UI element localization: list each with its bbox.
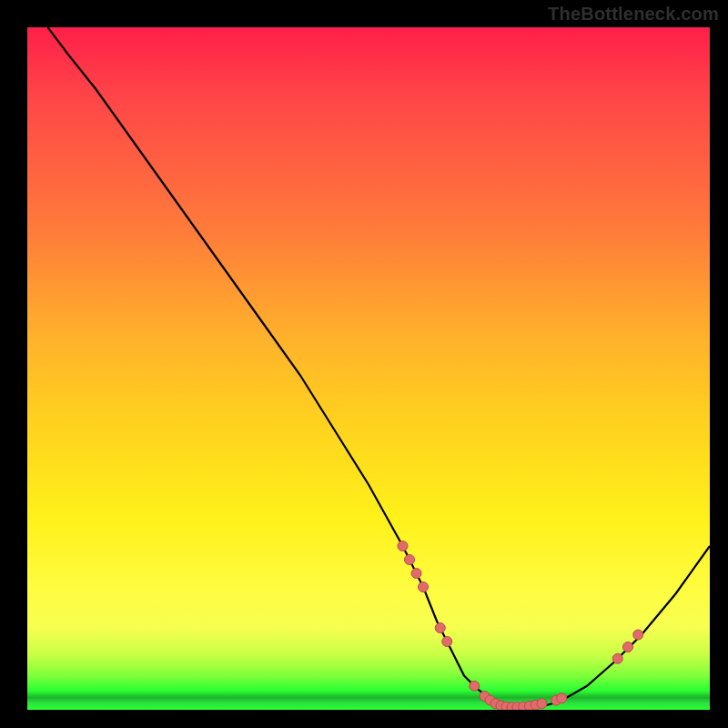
curve-marker xyxy=(405,555,415,565)
curve-marker xyxy=(411,569,421,579)
curve-marker xyxy=(435,623,445,633)
plot-area xyxy=(27,27,710,710)
chart-frame: TheBottleneck.com xyxy=(0,0,728,728)
curve-marker xyxy=(442,637,452,647)
curve-marker xyxy=(623,642,633,652)
bottleneck-curve xyxy=(48,27,711,707)
curve-marker xyxy=(612,653,622,663)
curve-layer xyxy=(27,27,710,710)
curve-marker xyxy=(398,541,408,551)
curve-marker xyxy=(633,630,643,640)
curve-marker xyxy=(470,681,480,691)
curve-marker xyxy=(557,693,567,703)
watermark-text: TheBottleneck.com xyxy=(548,4,719,25)
curve-marker xyxy=(419,582,429,592)
curve-marker xyxy=(537,699,547,709)
curve-markers xyxy=(398,541,643,711)
